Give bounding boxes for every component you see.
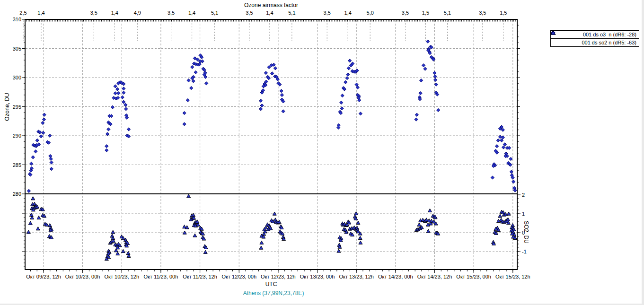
ozone-tick-label: 280	[13, 191, 21, 197]
left-axis-title: Ozone, DU	[4, 93, 10, 121]
x-axis-title: UTC	[257, 281, 285, 288]
airmass-label: 1,5	[500, 10, 507, 16]
airmass-label: 3,5	[90, 10, 97, 16]
airmass-label: 3,5	[246, 10, 253, 16]
so2-tick-label: 1	[522, 211, 525, 217]
x-tick-label: Окт 11/23, 12h	[183, 274, 217, 279]
airmass-label: 5,1	[444, 10, 451, 16]
airmass-label: 1,4	[344, 10, 352, 16]
airmass-label: 3,5	[402, 10, 409, 16]
so2-tick-label: 2	[522, 192, 525, 198]
airmass-label: 1,5	[422, 10, 429, 16]
x-tick-label: Окт 15/23, 00h	[456, 274, 491, 279]
top-axis-title: Ozone airmass factor	[236, 2, 307, 9]
airmass-label: 3,5	[324, 10, 331, 16]
x-tick-label: Окт 12/23, 00h	[221, 274, 256, 279]
airmass-label: 3,5	[168, 10, 175, 16]
airmass-label: 1,4	[188, 10, 195, 16]
x-tick-label: Окт 11/23, 00h	[144, 274, 178, 279]
ozone-tick-label: 295	[13, 104, 21, 110]
x-tick-label: Окт 10/23, 12h	[105, 274, 140, 279]
ozone-tick-label: 310	[13, 17, 21, 22]
airmass-label: 1,4	[266, 10, 273, 16]
airmass-label: 1,4	[111, 10, 118, 16]
plot-area	[25, 19, 517, 270]
airmass-label: 3,5	[479, 10, 486, 16]
airmass-label: 5,1	[288, 10, 295, 16]
legend-label-o3: 001 ds o3 n (dR6: -28)	[578, 32, 639, 37]
plot-canvas: Окт 09/23, 12hОкт 10/23, 00hОкт 10/23, 1…	[0, 0, 642, 304]
ozone-tick-label: 290	[13, 133, 21, 139]
airmass-label: 5,0	[367, 10, 374, 16]
x-tick-label: Окт 10/23, 00h	[65, 274, 100, 279]
x-tick-label: Окт 13/23, 00h	[300, 274, 335, 279]
chart-canvas: Окт 09/23, 12hОкт 10/23, 00hОкт 10/23, 1…	[0, 0, 642, 304]
x-tick-label: Окт 14/23, 00h	[378, 274, 413, 279]
ozone-tick-label: 305	[13, 46, 21, 52]
airmass-label: 4,9	[134, 10, 141, 16]
right-axis-title: SO2, DU	[523, 221, 529, 244]
so2-tick-label: -1	[522, 249, 527, 254]
legend-row-o3: 001 ds o3 n (dR6: -28)	[550, 30, 639, 39]
x-tick-label: Окт 13/23, 12h	[339, 274, 374, 279]
x-tick-label: Окт 15/23, 12h	[495, 274, 530, 279]
airmass-label: 2,5	[19, 10, 26, 16]
airmass-label: 1,4	[37, 10, 44, 16]
x-tick-label: Окт 09/23, 12h	[26, 274, 61, 279]
legend: 001 ds o3 n (dR6: -28) 001 ds so2 n (dR5…	[550, 30, 639, 47]
x-tick-label: Окт 14/23, 12h	[417, 274, 452, 279]
ozone-tick-label: 285	[13, 162, 21, 168]
ozone-tick-label: 300	[13, 75, 21, 80]
x-tick-label: Окт 12/23, 12h	[261, 274, 296, 279]
legend-label-so2: 001 ds so2 n (dR5: -63)	[578, 40, 639, 45]
chart-subtitle: Athens (37,99N,23,78E)	[221, 290, 326, 296]
legend-row-so2: 001 ds so2 n (dR5: -63)	[550, 38, 639, 47]
airmass-label: 5,1	[211, 10, 218, 16]
